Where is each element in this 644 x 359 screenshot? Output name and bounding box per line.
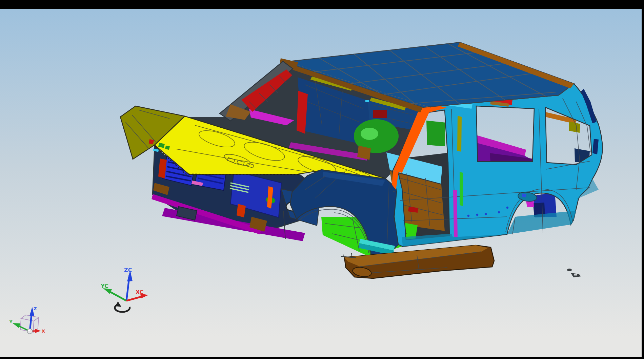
b-pillar-olive-stripe[interactable]: [457, 116, 462, 152]
abs-origin-sphere-highlight: [28, 330, 30, 331]
abs-x-label: X: [42, 329, 45, 334]
abs-y-arrowhead: [13, 323, 20, 328]
abs-z-label: Z: [34, 306, 37, 311]
abs-origin-sphere: [27, 329, 33, 334]
cad-window: ZC YC XC Z Y X: [0, 0, 644, 359]
fender-red-clip: [149, 139, 154, 144]
wcs-x-label: XC: [136, 289, 144, 295]
abs-x-arrowhead: [35, 329, 41, 333]
viewport-3d[interactable]: ZC YC XC Z Y X: [0, 9, 642, 357]
b-pillar-green-stripe[interactable]: [460, 172, 463, 206]
cyan-clip-1: [365, 100, 369, 102]
b-pillar-magenta-stripe[interactable]: [453, 190, 458, 237]
model-canvas[interactable]: ZC YC XC Z Y X: [0, 0, 644, 359]
front-seat-left-highlight: [361, 128, 378, 140]
abs-triad[interactable]: Z Y X: [9, 306, 45, 334]
quarter-olive-plate[interactable]: [569, 121, 580, 133]
wcs-y-label: YC: [100, 283, 108, 289]
wcs-rotator-arrow: [115, 301, 121, 307]
front-seat-right[interactable]: [426, 121, 446, 146]
door-handle-latch: [522, 193, 526, 197]
red-mount-box[interactable]: [373, 110, 387, 118]
abs-y-label: Y: [9, 319, 13, 324]
wcs-triad[interactable]: ZC YC XC: [100, 267, 148, 312]
wcs-z-label: ZC: [124, 267, 132, 273]
